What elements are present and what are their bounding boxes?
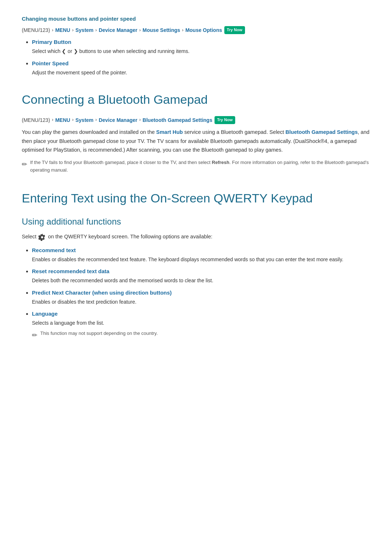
additional-bullet-list: Recommend text Enables or disables the r… (32, 246, 370, 341)
pointer-speed-link[interactable]: Pointer Speed (32, 60, 69, 66)
bluetooth-settings-link[interactable]: Bluetooth Gamepad Settings (286, 129, 358, 135)
bt-breadcrumb-system[interactable]: System (75, 116, 94, 124)
language-note-box: ✏ This function may not support dependin… (32, 330, 370, 341)
list-item: Language Selects a language from the lis… (32, 309, 370, 341)
mouse-section: Changing mouse buttons and pointer speed… (22, 15, 370, 77)
predict-next-link[interactable]: Predict Next Character (when using direc… (32, 290, 172, 296)
primary-button-desc: Select which ❮ or ❯ buttons to use when … (32, 47, 370, 55)
predict-next-desc: Enables or disables the text prediction … (32, 298, 370, 306)
sep-2: › (72, 26, 73, 34)
recommend-text-desc: Enables or disables the recommended text… (32, 255, 370, 263)
refresh-link[interactable]: Refresh (212, 160, 229, 165)
additional-heading: Using additional functions (22, 215, 370, 229)
pointer-speed-desc: Adjust the movement speed of the pointer… (32, 69, 370, 77)
list-item: Recommend text Enables or disables the r… (32, 246, 370, 263)
bluetooth-body-text: You can play the games downloaded and in… (22, 128, 370, 155)
reset-recommended-link[interactable]: Reset recommended text data (32, 268, 109, 274)
breadcrumb-start: (MENU/123) (22, 26, 50, 34)
recommend-text-link[interactable]: Recommend text (32, 247, 76, 253)
breadcrumb-device-manager[interactable]: Device Manager (99, 26, 138, 34)
bt-sep-4: › (139, 116, 140, 124)
note-pencil-icon-2: ✏ (32, 330, 37, 341)
additional-functions-section: Using additional functions Select on the… (22, 215, 370, 341)
list-item: Predict Next Character (when using direc… (32, 288, 370, 306)
mouse-breadcrumb: (MENU/123) › MENU › System › Device Mana… (22, 26, 370, 34)
sep-5: › (182, 26, 183, 34)
language-note-text: This function may not support depending … (40, 330, 158, 337)
breadcrumb-menu[interactable]: MENU (55, 26, 70, 34)
try-now-badge-mouse[interactable]: Try Now (224, 26, 245, 34)
bt-sep-3: › (95, 116, 97, 124)
mouse-bullet-list: Primary Button Select which ❮ or ❯ butto… (32, 38, 370, 77)
language-link[interactable]: Language (32, 311, 58, 317)
reset-recommended-desc: Deletes both the recommended words and t… (32, 276, 370, 284)
list-item: Pointer Speed Adjust the movement speed … (32, 59, 370, 77)
try-now-badge-bluetooth[interactable]: Try Now (215, 116, 235, 124)
bt-breadcrumb-menu[interactable]: MENU (55, 116, 70, 124)
mouse-section-heading: Changing mouse buttons and pointer speed (22, 15, 370, 23)
qwerty-title: Entering Text using the On-Screen QWERTY… (22, 188, 370, 208)
bt-breadcrumb-settings[interactable]: Bluetooth Gamepad Settings (143, 116, 212, 124)
smart-hub-link[interactable]: Smart Hub (156, 129, 183, 135)
bt-sep-2: › (72, 116, 73, 124)
bluetooth-breadcrumb: (MENU/123) › MENU › System › Device Mana… (22, 116, 370, 124)
breadcrumb-system[interactable]: System (75, 26, 94, 34)
bluetooth-note-text: If the TV fails to find your Bluetooth g… (30, 159, 370, 174)
note-pencil-icon: ✏ (22, 159, 27, 170)
bluetooth-section: Connecting a Bluetooth Gamepad (MENU/123… (22, 90, 370, 174)
bluetooth-note-box: ✏ If the TV fails to find your Bluetooth… (22, 159, 370, 174)
list-item: Reset recommended text data Deletes both… (32, 267, 370, 284)
breadcrumb-mouse-settings[interactable]: Mouse Settings (143, 26, 180, 34)
breadcrumb-mouse-options[interactable]: Mouse Options (185, 26, 222, 34)
sep-3: › (95, 26, 97, 34)
additional-intro: Select on the QWERTY keyboard screen. Th… (22, 232, 370, 241)
gear-icon (38, 233, 46, 242)
bluetooth-title: Connecting a Bluetooth Gamepad (22, 90, 370, 109)
qwerty-section: Entering Text using the On-Screen QWERTY… (22, 188, 370, 208)
primary-button-link[interactable]: Primary Button (32, 39, 71, 45)
bt-breadcrumb-start: (MENU/123) (22, 116, 50, 124)
list-item: Primary Button Select which ❮ or ❯ butto… (32, 38, 370, 55)
bt-sep-1: › (52, 116, 53, 124)
language-desc: Selects a language from the list. (32, 319, 370, 327)
sep-4: › (139, 26, 140, 34)
sep-1: › (52, 26, 53, 34)
bt-breadcrumb-device-manager[interactable]: Device Manager (99, 116, 138, 124)
